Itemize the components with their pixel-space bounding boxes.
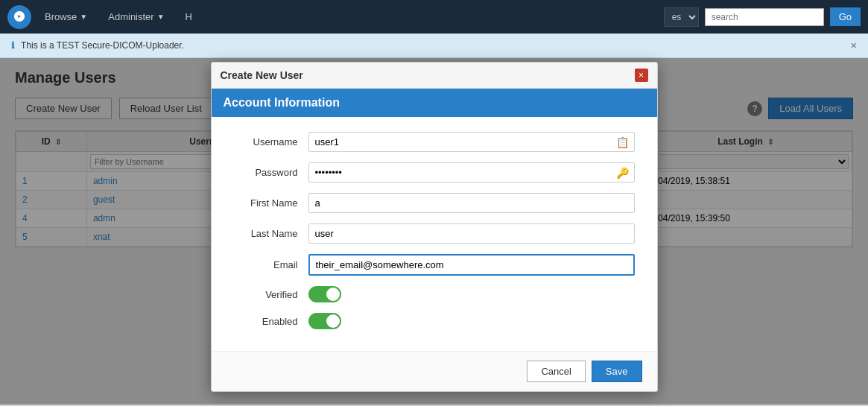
enabled-toggle-track [308, 313, 341, 329]
info-text: This is a TEST Secure-DICOM-Uploader. [21, 40, 184, 51]
verified-row: Verified [234, 286, 635, 302]
info-banner: ℹ This is a TEST Secure-DICOM-Uploader. … [0, 34, 868, 58]
lastname-row: Last Name [234, 223, 635, 244]
info-icon: ℹ [11, 40, 15, 51]
username-input[interactable] [308, 132, 635, 152]
firstname-label: First Name [234, 197, 308, 209]
enabled-toggle-thumb [326, 314, 340, 328]
firstname-input[interactable] [308, 193, 635, 213]
lastname-input[interactable] [308, 223, 635, 244]
key-icon: 🔑 [616, 167, 629, 179]
verified-toggle-thumb [326, 288, 340, 301]
enabled-toggle[interactable] [308, 313, 341, 329]
username-row: Username 📋 [234, 132, 635, 152]
browse-arrow-icon: ▼ [80, 13, 87, 21]
modal-titlebar: Create New User × [212, 63, 657, 89]
modal-title: Create New User [221, 69, 303, 81]
modal-close-button[interactable]: × [635, 69, 648, 82]
email-row: Email [234, 254, 635, 276]
enabled-label: Enabled [234, 316, 308, 327]
password-input-wrap: 🔑 [308, 162, 635, 183]
verified-label: Verified [234, 289, 308, 300]
firstname-row: First Name [234, 193, 635, 213]
username-label: Username [234, 136, 308, 148]
password-row: Password 🔑 [234, 162, 635, 183]
navbar: Browse ▼ Administer ▼ H es Go [0, 0, 868, 34]
verified-toggle-track [308, 286, 341, 302]
cancel-button[interactable]: Cancel [527, 361, 585, 382]
administer-arrow-icon: ▼ [157, 13, 165, 21]
modal-body: Username 📋 Password 🔑 First Na [212, 117, 657, 351]
info-close-button[interactable]: × [851, 39, 857, 51]
administer-menu[interactable]: Administer ▼ [101, 7, 171, 27]
go-button[interactable]: Go [830, 7, 861, 26]
enabled-row: Enabled [234, 313, 635, 329]
save-button[interactable]: Save [592, 361, 642, 382]
lastname-label: Last Name [234, 228, 308, 239]
clipboard-icon: 📋 [616, 136, 629, 148]
verified-toggle[interactable] [308, 286, 341, 302]
email-label: Email [234, 259, 308, 270]
context-select[interactable]: es [664, 7, 699, 27]
create-user-modal: Create New User × Account Information Us… [211, 62, 658, 392]
modal-footer: Cancel Save [212, 351, 657, 391]
app-logo [7, 5, 31, 29]
enabled-toggle-wrap [308, 313, 341, 329]
modal-section-header: Account Information [212, 89, 657, 117]
search-input[interactable] [705, 8, 824, 26]
verified-toggle-wrap [308, 286, 341, 302]
username-input-wrap: 📋 [308, 132, 635, 152]
main-content: Manage Users Create New User Reload User… [0, 58, 868, 405]
password-input[interactable] [308, 162, 635, 183]
browse-menu[interactable]: Browse ▼ [37, 7, 95, 27]
h-menu[interactable]: H [178, 7, 200, 27]
modal-overlay: Create New User × Account Information Us… [0, 58, 868, 405]
password-label: Password [234, 167, 308, 178]
email-input[interactable] [308, 254, 635, 276]
